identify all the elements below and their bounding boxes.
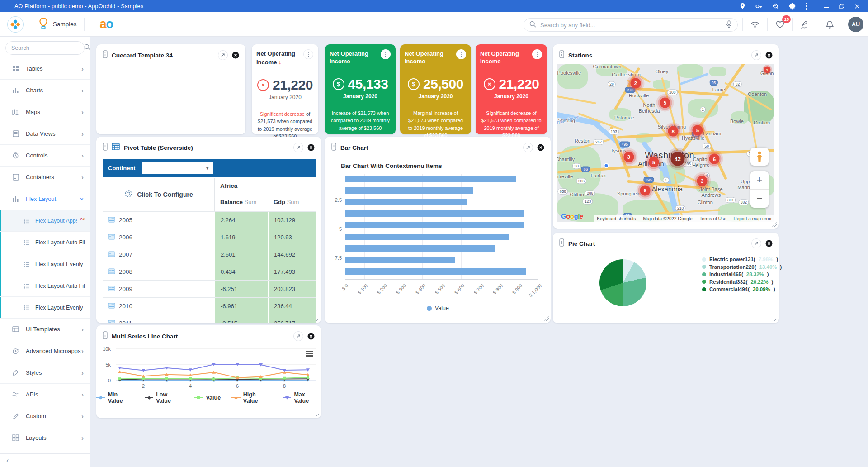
sidebar-item-flex-layout[interactable]: Flex Layout› (0, 188, 90, 210)
sidebar-item-maps[interactable]: Maps› (0, 101, 90, 123)
map-zoom-control[interactable]: +− (750, 171, 769, 208)
sidebar-subitem-flex-layout-evenly-s[interactable]: Flex Layout Evenly S... (0, 253, 90, 275)
station-cluster-marker[interactable]: 6 (709, 154, 720, 164)
kebab-menu-button[interactable] (303, 49, 313, 59)
station-cluster-marker[interactable]: 3 (697, 176, 708, 186)
map-attribution-item[interactable]: Keyboard shortcuts (597, 216, 636, 221)
window-close-button[interactable] (854, 4, 860, 9)
table-row[interactable]: 20080.434177.493 (103, 263, 316, 280)
legend-item-min-value[interactable]: Min Value (96, 391, 134, 404)
table-row[interactable]: 2010-6.961236.44 (103, 297, 316, 315)
bar-7[interactable] (345, 245, 495, 252)
sidebar-item-custom[interactable]: Custom› (0, 405, 90, 427)
notifications-bell-icon[interactable] (823, 18, 836, 31)
sidebar-search-input[interactable] (11, 45, 84, 51)
drag-grip-icon[interactable] (331, 143, 336, 152)
wifi-status-icon[interactable] (749, 18, 761, 31)
chevron-down-icon[interactable]: ▼ (202, 162, 213, 174)
sidebar-item-tables[interactable]: Tables› (0, 57, 90, 79)
sidebar-item-data-views[interactable]: Data Views› (0, 123, 90, 144)
drag-grip-icon[interactable] (559, 238, 564, 248)
station-cluster-marker[interactable]: 42 (670, 152, 684, 166)
station-cluster-marker[interactable]: 6 (640, 185, 650, 195)
zoom-search-icon[interactable] (773, 3, 779, 10)
apps-launcher-button[interactable] (7, 16, 24, 33)
zoom-in-button[interactable]: + (750, 171, 769, 190)
kebab-menu-button[interactable] (456, 49, 466, 59)
chart-menu-icon[interactable] (306, 351, 313, 357)
expand-widget-button[interactable] (293, 331, 303, 341)
legend-item-high-value[interactable]: High Value (231, 391, 272, 404)
map-attribution-item[interactable]: Terms of Use (700, 216, 726, 221)
legend-item-max-value[interactable]: Max Value (283, 391, 321, 404)
close-widget-button[interactable] (765, 240, 773, 247)
location-pin-icon[interactable] (740, 3, 745, 10)
expand-widget-button[interactable] (751, 238, 761, 248)
table-row[interactable]: 2009-6.251203.823 (103, 280, 316, 297)
drag-grip-icon[interactable] (103, 331, 108, 341)
close-widget-button[interactable] (537, 144, 544, 151)
zoom-out-button[interactable]: − (750, 190, 769, 208)
bar-5[interactable] (345, 222, 524, 228)
sidebar-collapse-button[interactable]: ‹ (0, 453, 90, 467)
sidebar-item-containers[interactable]: Containers› (0, 166, 90, 188)
table-row[interactable]: 20052.264103.129 (103, 211, 316, 229)
table-row[interactable]: 20061.619120.93 (103, 229, 316, 246)
sidebar-subitem-flex-layout-apps[interactable]: Flex Layout Apps2.3 (0, 210, 90, 231)
expand-widget-button[interactable] (293, 143, 303, 152)
pivot-column-balance[interactable]: Balance Sum (215, 193, 268, 211)
google-map[interactable]: 2827020095321193267495506628665828612339… (557, 64, 774, 222)
pivot-column-gdp[interactable]: Gdp Sum (268, 193, 316, 211)
station-cluster-marker[interactable]: 2 (630, 78, 641, 88)
station-cluster-marker[interactable]: 5 (693, 125, 703, 135)
map-attribution-item[interactable]: Report a map error (734, 216, 772, 221)
sidebar-item-apis[interactable]: APIs› (0, 383, 90, 405)
microphone-icon[interactable] (726, 20, 732, 30)
close-widget-button[interactable] (307, 144, 315, 151)
bar-6[interactable] (345, 234, 509, 240)
window-restore-button[interactable] (839, 4, 844, 9)
station-cluster-marker[interactable]: 3 (623, 152, 634, 162)
bar-9[interactable] (345, 268, 526, 275)
signature-pen-icon[interactable] (798, 18, 811, 31)
window-minimize-button[interactable] (824, 4, 829, 9)
expand-widget-button[interactable] (523, 143, 533, 152)
legend-item-industrial[interactable]: Industrial465(28.32%) (702, 272, 782, 277)
station-cluster-marker[interactable]: 5 (649, 157, 659, 167)
legend-item-residential[interactable]: Residential332(20.22%) (702, 279, 782, 285)
bar-chart-legend[interactable]: Value (325, 305, 551, 311)
global-search-input[interactable] (540, 22, 726, 29)
sidebar-subitem-flex-layout-auto-fill[interactable]: Flex Layout Auto Fill ... (0, 275, 90, 296)
drag-grip-icon[interactable] (103, 143, 108, 152)
sidebar-item-layouts[interactable]: Layouts› (0, 427, 90, 448)
favorites-heart-icon[interactable]: 15 (774, 18, 786, 31)
extension-puzzle-icon[interactable] (789, 3, 796, 10)
table-row[interactable]: 20072.601144.692 (103, 246, 316, 263)
sidebar-subitem-flex-layout-evenly-s[interactable]: Flex Layout Evenly S... (0, 296, 90, 318)
pivot-column-group[interactable]: Africa (215, 178, 316, 193)
legend-item-commercial[interactable]: Commercial494(30.09%) (702, 286, 782, 292)
map-attribution-item[interactable]: Map data ©2022 Google (643, 216, 692, 221)
sidebar-subitem-flex-layout-auto-fill[interactable]: Flex Layout Auto Fill ... (0, 231, 90, 253)
pivot-configure-button[interactable]: Click To Configure (103, 178, 215, 211)
station-cluster-marker[interactable]: 5 (660, 97, 670, 108)
close-widget-button[interactable] (765, 52, 773, 59)
bar-8[interactable] (345, 257, 455, 263)
expand-widget-button[interactable] (751, 50, 761, 60)
sidebar-item-charts[interactable]: Charts› (0, 79, 90, 101)
close-widget-button[interactable] (307, 333, 315, 340)
close-widget-button[interactable] (232, 52, 239, 59)
sidebar-item-styles[interactable]: Styles› (0, 362, 90, 383)
continent-select[interactable]: ▼ (142, 162, 213, 174)
user-avatar[interactable]: AU (848, 17, 863, 32)
bar-1[interactable] (345, 176, 516, 182)
table-row[interactable]: 2011-9.515256.717 (103, 315, 316, 323)
pegman-control[interactable] (750, 148, 769, 166)
expand-widget-button[interactable] (218, 50, 228, 60)
bar-3[interactable] (345, 199, 467, 205)
station-cluster-marker[interactable]: 8 (668, 126, 678, 137)
kebab-menu-button[interactable] (532, 49, 542, 59)
legend-item-low-value[interactable]: Low Value (145, 391, 184, 404)
key-icon[interactable] (755, 4, 763, 9)
kebab-menu-button[interactable] (381, 49, 391, 59)
